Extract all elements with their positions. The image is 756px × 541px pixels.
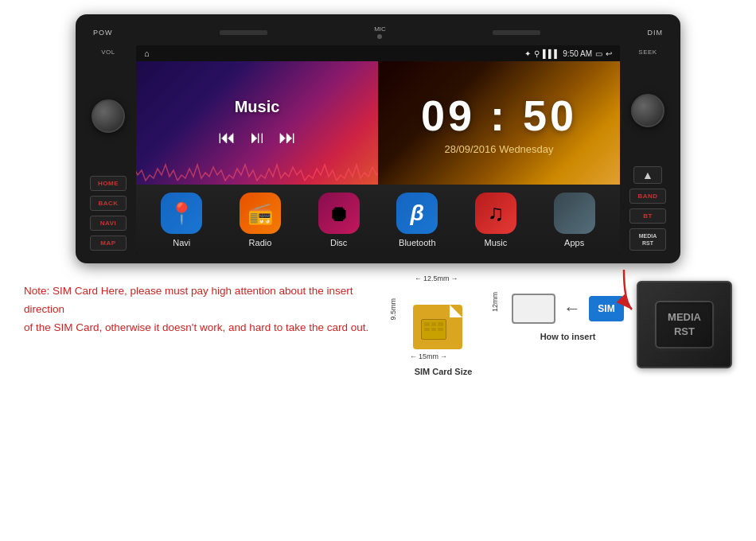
vol-label: VOL: [101, 49, 115, 56]
left-side: VOL HOME BACK NAVI MAP: [85, 45, 131, 254]
mic-label: MIC: [374, 25, 386, 33]
map-button[interactable]: MAP: [90, 235, 127, 251]
music-title: Music: [235, 98, 280, 116]
bt-icon-circle: β: [396, 193, 438, 234]
cd-slot: [220, 30, 267, 35]
media-rst-photo: MEDIARST: [637, 281, 732, 368]
radio-icon-circle: 📻: [240, 193, 281, 234]
signal-icon: ▌▌▌: [543, 49, 559, 58]
main-screen: ⌂ ✦ ⚲ ▌▌▌ 9:50 AM ▭ ↩: [136, 45, 620, 254]
band-button[interactable]: BAND: [629, 189, 666, 204]
app-music[interactable]: ♫ Music: [475, 193, 516, 247]
home-icon: ⌂: [144, 49, 150, 58]
music-label: Music: [485, 238, 508, 247]
pow-label: POW: [93, 29, 113, 37]
sim-size-label: SIM Card Size: [415, 367, 473, 376]
navi-icon-circle: 📍: [161, 193, 202, 234]
bluetooth-status-icon: ✦: [524, 49, 531, 58]
time-display: 9:50 AM: [563, 49, 592, 58]
apps-label: Apps: [564, 238, 584, 247]
sim-size-diagram: ←12.5mm→ 9.5mm 12mm ←15mm→: [403, 278, 483, 376]
app-disc[interactable]: ⏺ Disc: [318, 193, 360, 247]
clock-date: 28/09/2016 Wednesday: [444, 143, 553, 155]
unit-body: VOL HOME BACK NAVI MAP ⌂ ✦: [85, 45, 671, 254]
head-unit: POW MIC DIM VOL HOME BACK NAVI MAP: [76, 14, 680, 263]
status-right: ✦ ⚲ ▌▌▌ 9:50 AM ▭ ↩: [524, 49, 612, 58]
bt-label: Bluetooth: [399, 238, 435, 247]
status-bar: ⌂ ✦ ⚲ ▌▌▌ 9:50 AM ▭ ↩: [136, 45, 620, 61]
right-dim-label: 12mm: [491, 292, 499, 312]
note-content: Note: SIM Card Here, please must pay hig…: [24, 285, 368, 333]
media-rst-label[interactable]: MEDIARST: [655, 301, 714, 348]
sim-insert-diagram: ← SIM How to insert: [512, 286, 624, 341]
app-bluetooth[interactable]: β Bluetooth: [396, 193, 438, 247]
cd-slot-2: [493, 30, 540, 35]
music-panel: Music ⏮ ⏯ ⏭: [136, 61, 378, 185]
status-left: ⌂: [144, 49, 150, 58]
bt-button[interactable]: BT: [629, 208, 666, 224]
music-icon-circle: ♫: [475, 193, 516, 234]
sim-notch: [450, 305, 462, 317]
eject-button[interactable]: ▲: [633, 166, 662, 184]
rewind-button[interactable]: ⏮: [218, 127, 236, 148]
left-dim-label: 9.5mm: [389, 298, 397, 321]
sim-slot: [512, 294, 555, 324]
apps-icon-circle: [554, 193, 595, 234]
sim-chip: [421, 319, 446, 340]
bottom-section: Note: SIM Card Here, please must pay hig…: [0, 270, 756, 384]
panel-row: Music ⏮ ⏯ ⏭ 09 : 50 28/09/2016 Wednesday: [136, 61, 620, 254]
how-to-insert-label: How to insert: [540, 332, 596, 341]
apps-row: 📍 Navi 📻 Radio ⏺ Disc β: [136, 185, 620, 254]
unit-top-bar: POW MIC DIM: [85, 25, 671, 45]
dim-label: DIM: [647, 29, 663, 37]
media-rst-button[interactable]: MEDIARST: [629, 228, 666, 251]
fast-forward-button[interactable]: ⏭: [279, 127, 296, 148]
radio-label: Radio: [249, 238, 272, 247]
sim-card-diagram: ←12.5mm→ 9.5mm 12mm ←15mm→: [403, 286, 483, 349]
mic-area: MIC: [374, 25, 386, 39]
disc-label: Disc: [330, 238, 347, 247]
left-buttons: HOME BACK NAVI MAP: [90, 176, 127, 251]
mic-dot: [377, 34, 382, 39]
app-navi[interactable]: 📍 Navi: [161, 193, 202, 247]
location-status-icon: ⚲: [534, 49, 540, 58]
back-button[interactable]: BACK: [90, 196, 127, 211]
left-knob[interactable]: [92, 99, 125, 133]
app-radio[interactable]: 📻 Radio: [240, 193, 281, 247]
navi-label: Navi: [173, 238, 190, 247]
music-controls: ⏮ ⏯ ⏭: [218, 127, 296, 148]
navi-button[interactable]: NAVI: [90, 216, 127, 231]
seek-label: SEEK: [638, 49, 657, 56]
home-button[interactable]: HOME: [90, 176, 127, 191]
back-nav-icon[interactable]: ↩: [606, 49, 612, 58]
battery-icon: ▭: [595, 49, 602, 58]
top-dim-label: ←12.5mm→: [415, 274, 458, 282]
red-arrow-svg: [608, 262, 640, 325]
right-knob[interactable]: [631, 94, 664, 127]
clock-time: 09 : 50: [421, 91, 577, 140]
play-pause-button[interactable]: ⏯: [248, 127, 266, 148]
sim-insert-row: ← SIM: [512, 294, 624, 324]
sim-card-shape: [413, 305, 462, 349]
note-text: Note: SIM Card Here, please must pay hig…: [24, 278, 388, 337]
right-buttons: ▲ BAND BT MEDIARST: [629, 166, 666, 251]
top-panels: Music ⏮ ⏯ ⏭ 09 : 50 28/09/2016 Wednesday: [136, 61, 620, 185]
head-unit-wrapper: POW MIC DIM VOL HOME BACK NAVI MAP: [0, 0, 756, 270]
disc-icon-circle: ⏺: [318, 193, 360, 234]
right-diagrams: ←12.5mm→ 9.5mm 12mm ←15mm→: [403, 278, 732, 376]
arrow-and-media-rst: MEDIARST: [637, 278, 732, 368]
insert-arrow-icon: ←: [563, 298, 581, 319]
bottom-dim-label: ←15mm→: [410, 352, 447, 360]
app-apps[interactable]: Apps: [554, 193, 595, 247]
right-side: SEEK ▲ BAND BT MEDIARST: [625, 45, 671, 254]
clock-panel: 09 : 50 28/09/2016 Wednesday: [378, 61, 620, 185]
